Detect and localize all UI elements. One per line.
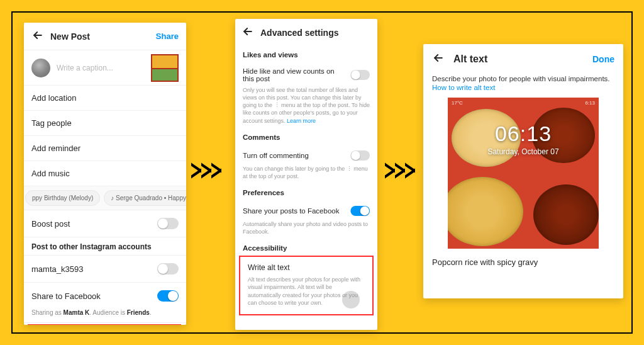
header: Advanced settings — [235, 19, 377, 48]
back-arrow-icon[interactable] — [242, 25, 254, 40]
other-account-row[interactable]: mamta_k3593 — [24, 255, 186, 283]
advanced-settings-highlight: Advanced settings › — [28, 324, 181, 325]
photo-preview: 17°C 6:13 06:13 Saturday, October 07 — [448, 98, 599, 249]
boost-post-row[interactable]: Boost post — [24, 210, 186, 237]
section-comments-header: Comments — [235, 131, 377, 145]
lockscreen-overlay: 06:13 Saturday, October 07 — [448, 122, 599, 156]
hide-likes-hint: Only you will see the total number of li… — [235, 85, 377, 131]
flow-arrow-icon — [389, 164, 419, 178]
add-reminder-row[interactable]: Add reminder — [24, 136, 186, 161]
share-facebook-subtext: Sharing as Mamta K. Audience is Friends. — [24, 309, 186, 323]
section-accessibility-header: Accessibility — [235, 242, 377, 256]
post-thumbnail[interactable] — [151, 54, 179, 82]
post-to-other-label: Post to other Instagram accounts — [24, 237, 186, 255]
alt-text-input[interactable]: Popcorn rice with spicy gravy — [423, 249, 623, 276]
photo-preview-container: 17°C 6:13 06:13 Saturday, October 07 — [423, 98, 623, 249]
hide-likes-toggle[interactable] — [350, 70, 370, 80]
turn-off-commenting-hint: You can change this later by going to th… — [235, 164, 377, 186]
share-facebook-label: Share your posts to Facebook — [243, 207, 339, 215]
write-alt-text-row[interactable]: Write alt text — [240, 257, 372, 274]
touch-indicator-icon — [342, 291, 360, 308]
share-facebook-hint: Automatically share your photo and video… — [235, 219, 377, 242]
share-facebook-toggle[interactable] — [350, 206, 370, 216]
music-pill[interactable]: ppy Birthday (Melody) — [25, 190, 100, 206]
other-account-name: mamta_k3593 — [31, 264, 83, 274]
caption-input[interactable]: Write a caption... — [57, 64, 151, 72]
turn-off-commenting-row[interactable]: Turn off commenting — [235, 145, 377, 164]
add-location-row[interactable]: Add location — [24, 86, 186, 111]
screen-advanced-settings: Advanced settings Likes and views Hide l… — [235, 19, 377, 330]
share-facebook-label: Share to Facebook — [31, 291, 101, 301]
tag-people-row[interactable]: Tag people — [24, 111, 186, 136]
boost-post-label: Boost post — [31, 219, 70, 229]
screen-alt-text: Alt text Done Describe your photo for pe… — [423, 44, 623, 298]
header: New Post Share — [24, 23, 186, 50]
done-button[interactable]: Done — [592, 54, 614, 64]
hide-likes-row[interactable]: Hide like and view counts on this post — [235, 62, 377, 85]
turn-off-commenting-toggle[interactable] — [350, 150, 370, 161]
page-title: Alt text — [453, 54, 592, 65]
learn-more-link[interactable]: Learn more — [287, 118, 316, 124]
back-arrow-icon[interactable] — [31, 29, 44, 43]
share-facebook-row[interactable]: Share your posts to Facebook — [235, 200, 377, 219]
page-title: New Post — [50, 31, 156, 42]
avatar — [31, 59, 50, 77]
share-button[interactable]: Share — [156, 31, 179, 41]
header: Alt text Done — [423, 44, 623, 74]
section-likes-header: Likes and views — [235, 48, 377, 62]
turn-off-commenting-label: Turn off commenting — [243, 152, 309, 159]
page-title: Advanced settings — [260, 28, 338, 38]
back-arrow-icon[interactable] — [432, 52, 445, 66]
music-pill[interactable]: ♪ Serge Quadrado • Happy Birthday — [104, 190, 186, 206]
section-preferences-header: Preferences — [235, 186, 377, 200]
screen-new-post: New Post Share Write a caption... Add lo… — [24, 23, 186, 325]
music-suggestions: ppy Birthday (Melody) ♪ Serge Quadrado •… — [24, 186, 186, 210]
hide-likes-label: Hide like and view counts on this post — [243, 67, 337, 82]
flow-arrow-icon — [195, 164, 225, 178]
caption-row[interactable]: Write a caption... — [24, 50, 186, 86]
alt-text-description: Describe your photo for people with visu… — [423, 74, 623, 84]
share-facebook-toggle[interactable] — [157, 290, 179, 302]
other-account-toggle[interactable] — [157, 263, 179, 274]
status-bar: 17°C 6:13 — [452, 100, 595, 106]
add-music-row[interactable]: Add music — [24, 161, 186, 186]
lockscreen-time: 06:13 — [448, 122, 599, 146]
boost-post-toggle[interactable] — [157, 218, 179, 229]
lockscreen-date: Saturday, October 07 — [448, 147, 599, 156]
share-facebook-row[interactable]: Share to Facebook — [24, 283, 186, 309]
how-to-write-link[interactable]: How to write alt text — [423, 84, 623, 98]
